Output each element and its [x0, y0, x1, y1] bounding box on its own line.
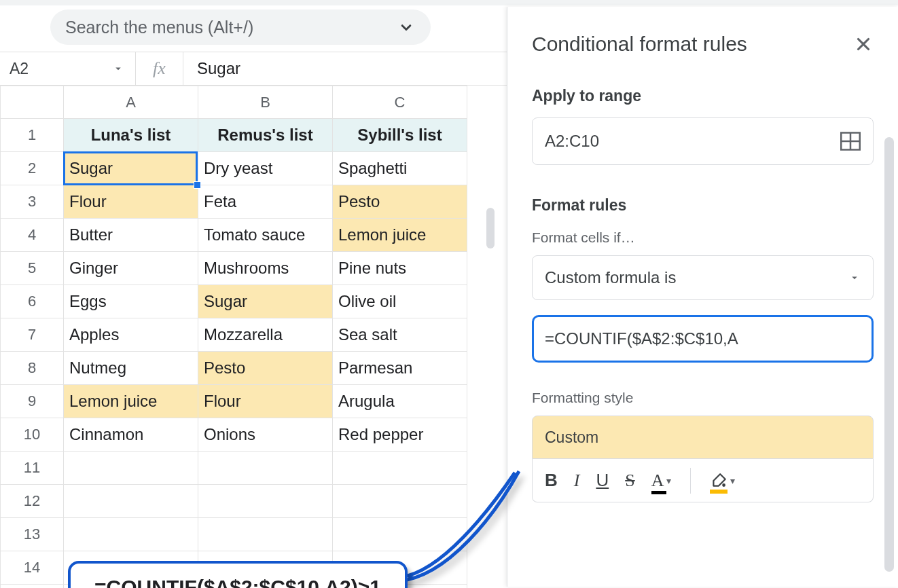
row-header[interactable]: 13 — [1, 518, 64, 551]
scrollbar-vertical[interactable] — [486, 208, 495, 249]
chevron-down-icon[interactable] — [383, 18, 416, 37]
condition-select[interactable]: Custom formula is — [532, 255, 874, 300]
row-header[interactable]: 1 — [1, 119, 64, 152]
callout-pointer — [394, 470, 523, 585]
cell[interactable]: Cinnamon — [64, 418, 198, 452]
chevron-down-icon[interactable] — [848, 272, 861, 284]
cell[interactable]: Luna's list — [64, 119, 198, 152]
column-header[interactable]: C — [333, 86, 467, 119]
style-preview-label: Custom — [545, 428, 598, 447]
formula-callout: =COUNTIF($A$2:$C$10,A2)>1 — [68, 561, 408, 588]
fill-color-button[interactable]: ▾ — [710, 472, 735, 490]
close-icon[interactable] — [853, 34, 874, 54]
cell[interactable]: Nutmeg — [64, 352, 198, 385]
select-all-corner[interactable] — [1, 86, 64, 119]
cell[interactable]: Butter — [64, 219, 198, 252]
cell[interactable] — [64, 452, 198, 485]
name-box[interactable]: A2 — [0, 52, 136, 85]
custom-formula-input[interactable]: =COUNTIF($A$2:$C$10,A — [532, 315, 874, 363]
row-header[interactable]: 3 — [1, 185, 64, 219]
cell[interactable]: Pesto — [333, 185, 467, 219]
menu-search-placeholder: Search the menus (Alt+/) — [65, 18, 253, 37]
cell[interactable]: Lemon juice — [64, 385, 198, 418]
cell[interactable]: Flour — [64, 185, 198, 219]
cell[interactable]: Onions — [198, 418, 333, 452]
row-header[interactable]: 10 — [1, 418, 64, 452]
cell[interactable]: Apples — [64, 318, 198, 352]
cell[interactable]: Sugar — [198, 285, 333, 318]
cell[interactable]: Eggs — [64, 285, 198, 318]
cell[interactable] — [198, 452, 333, 485]
column-header[interactable]: B — [198, 86, 333, 119]
underline-button[interactable]: U — [596, 470, 609, 491]
row-header[interactable]: 6 — [1, 285, 64, 318]
text-color-label: A — [651, 471, 664, 490]
formatting-style-label: Formatting style — [532, 390, 874, 406]
cell[interactable]: Sea salt — [333, 318, 467, 352]
cell[interactable]: Feta — [198, 185, 333, 219]
menu-search[interactable]: Search the menus (Alt+/) — [50, 10, 431, 45]
row-header[interactable]: 7 — [1, 318, 64, 352]
cell[interactable]: Dry yeast — [198, 152, 333, 185]
italic-button[interactable]: I — [574, 471, 580, 491]
row-header[interactable]: 12 — [1, 485, 64, 518]
format-rules-label: Format rules — [532, 196, 874, 215]
cell[interactable]: Tomato sauce — [198, 219, 333, 252]
cell[interactable]: Parmesan — [333, 352, 467, 385]
chevron-down-icon[interactable]: ▾ — [730, 475, 735, 486]
apply-range-input[interactable]: A2:C10 — [532, 117, 874, 165]
cell[interactable]: Olive oil — [333, 285, 467, 318]
cell[interactable]: Red pepper — [333, 418, 467, 452]
chevron-down-icon[interactable] — [112, 62, 124, 75]
apply-to-range-label: Apply to range — [532, 87, 874, 105]
chevron-down-icon[interactable]: ▾ — [666, 475, 671, 486]
svg-point-3 — [723, 483, 726, 487]
panel-title: Conditional format rules — [532, 33, 747, 56]
callout-text: =COUNTIF($A$2:$C$10,A2)>1 — [94, 576, 381, 588]
spreadsheet-grid[interactable]: A B C 1Luna's listRemus's listSybill's l… — [0, 86, 495, 588]
style-preview[interactable]: Custom — [532, 416, 874, 459]
condition-value: Custom formula is — [545, 268, 676, 287]
row-header[interactable]: 14 — [1, 551, 64, 585]
text-color-button[interactable]: A ▾ — [651, 471, 672, 491]
column-header[interactable]: A — [64, 86, 198, 119]
cell[interactable]: Sybill's list — [333, 119, 467, 152]
row-header[interactable]: 11 — [1, 452, 64, 485]
row-header[interactable]: 15 — [1, 585, 64, 589]
cell[interactable] — [64, 485, 198, 518]
cell[interactable] — [198, 518, 333, 551]
strikethrough-button[interactable]: S — [625, 471, 634, 491]
select-range-icon[interactable] — [840, 132, 861, 151]
name-box-value: A2 — [10, 60, 29, 78]
formatting-toolbar: B I U S A ▾ ▾ — [532, 459, 874, 502]
row-header[interactable]: 9 — [1, 385, 64, 418]
format-cells-if-label: Format cells if… — [532, 229, 874, 246]
row-header[interactable]: 5 — [1, 252, 64, 285]
cell[interactable] — [64, 518, 198, 551]
cell[interactable]: Mushrooms — [198, 252, 333, 285]
cell[interactable]: Mozzarella — [198, 318, 333, 352]
cell[interactable]: Remus's list — [198, 119, 333, 152]
cell[interactable]: Pine nuts — [333, 252, 467, 285]
cell[interactable]: Flour — [198, 385, 333, 418]
apply-range-value: A2:C10 — [545, 132, 599, 151]
row-header[interactable]: 8 — [1, 352, 64, 385]
cell[interactable]: Ginger — [64, 252, 198, 285]
custom-formula-value: =COUNTIF($A$2:$C$10,A — [545, 329, 738, 348]
cell[interactable]: Spaghetti — [333, 152, 467, 185]
scrollbar-vertical[interactable] — [884, 137, 894, 572]
cell[interactable]: Sugar — [64, 152, 198, 185]
row-header[interactable]: 4 — [1, 219, 64, 252]
bold-button[interactable]: B — [545, 470, 558, 491]
cell[interactable]: Lemon juice — [333, 219, 467, 252]
cell[interactable] — [198, 485, 333, 518]
selection-fill-handle[interactable] — [194, 181, 201, 189]
cell[interactable]: Pesto — [198, 352, 333, 385]
row-header[interactable]: 2 — [1, 152, 64, 185]
fx-icon: fx — [136, 52, 183, 85]
conditional-format-panel: Conditional format rules Apply to range … — [507, 7, 898, 587]
cell[interactable]: Arugula — [333, 385, 467, 418]
